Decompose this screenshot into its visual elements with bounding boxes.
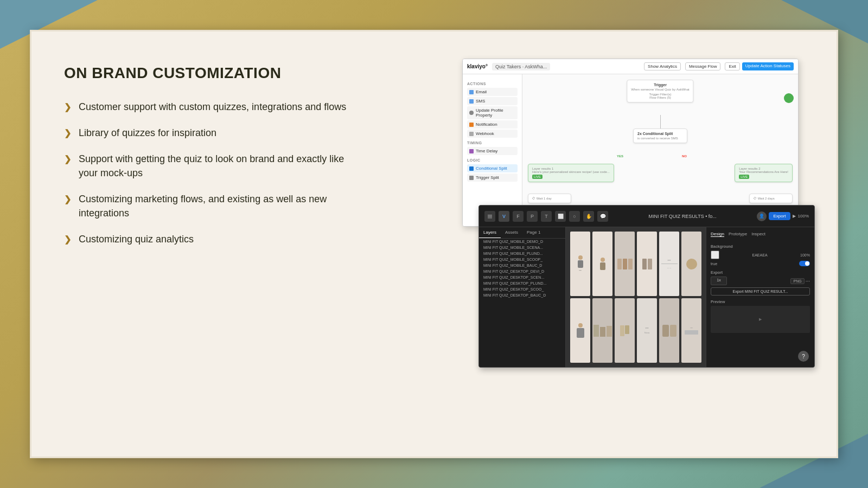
sc-item-webhook[interactable]: Webhook	[467, 130, 518, 138]
figma-frame-1[interactable]: ***	[570, 232, 590, 296]
figma-layer-7[interactable]: MINI FIT QUIZ_DESKTOP_SCEN...	[479, 274, 565, 280]
figma-frame-3[interactable]	[615, 232, 635, 296]
sc-section-actions: ACTIONS	[467, 82, 518, 86]
figma-tab-design[interactable]: Design	[711, 232, 724, 237]
figma-layer-2[interactable]: MINI FIT QUIZ_MOBILE_SCENA...	[479, 245, 565, 251]
frame-11-figures	[662, 325, 676, 337]
bullet-arrow-3: ❯	[64, 153, 71, 165]
figma-help-button[interactable]: ?	[798, 351, 809, 362]
figma-tab-layers[interactable]: Layers	[479, 227, 501, 238]
svg-rect-1	[488, 216, 492, 217]
frame-12-text: ***	[690, 327, 693, 330]
bullet-arrow-1: ❯	[64, 101, 71, 113]
model-head-1	[578, 255, 583, 260]
figma-frame-12[interactable]: ***	[681, 298, 701, 363]
sc-btn-exit[interactable]: Exit	[725, 62, 739, 70]
figma-share-button[interactable]: Export	[769, 212, 790, 220]
figma-layer-10[interactable]: MINI FIT QUIZ_DESKTOP_BAUC_D	[479, 292, 565, 298]
flow-connector-1	[660, 115, 661, 129]
sc-btn-update[interactable]: Update Action Statuses	[742, 62, 794, 70]
figma-pen-icon[interactable]: P	[527, 211, 538, 222]
fig-9a	[620, 325, 624, 336]
figma-rect-icon[interactable]: ⬜	[555, 211, 566, 222]
sc-btn-message-flow[interactable]: Message Flow	[685, 62, 721, 70]
figma-move-icon[interactable]: V	[499, 211, 509, 222]
figma-tab-prototype[interactable]: Prototype	[729, 232, 747, 237]
figma-bg-swatch[interactable]	[711, 251, 719, 259]
figma-export-button[interactable]: Export MINI FIT QUIZ RESULT...	[711, 287, 810, 296]
figma-layer-8[interactable]: MINI FIT QUIZ_DESKTOP_PLUND...	[479, 280, 565, 286]
sc-item-profile[interactable]: Update Profile Property	[467, 106, 518, 119]
svg-rect-0	[488, 215, 492, 216]
figma-bg-hex: EAEAEA	[752, 253, 768, 257]
sc-item-time-delay[interactable]: Time Delay	[467, 147, 518, 155]
figma-export-format[interactable]: PNG	[790, 278, 804, 284]
figma-layer-list: MINI FIT QUIZ_MOBILE_DEMO_D MINI FIT QUI…	[479, 239, 565, 298]
figma-comment-icon[interactable]: 💬	[597, 211, 608, 222]
figma-right-tabs: Design Prototype Inspect	[711, 232, 810, 240]
figma-layer-4[interactable]: MINI FIT QUIZ_MOBILE_SCOOP_	[479, 256, 565, 262]
figma-layer-1[interactable]: MINI FIT QUIZ_MOBILE_DEMO_D	[479, 239, 565, 245]
figma-menu-icon[interactable]	[484, 211, 495, 222]
flow-node-conditional: 2x Conditional Split is converted to rec…	[633, 129, 687, 143]
figma-title: MINI FIT QUIZ RESULTS • fo...	[611, 214, 754, 219]
figma-canvas: ***	[566, 227, 706, 367]
outer-frame: ON BRAND CUSTOMIZATION ❯ Customer suppor…	[0, 0, 868, 488]
figma-layer-3[interactable]: MINI FIT QUIZ_MOBILE_PLUND...	[479, 251, 565, 256]
figma-frame-icon[interactable]: F	[513, 211, 524, 222]
figma-layer-6[interactable]: MINI FIT QUIZ_DESKTOP_DEVI_D	[479, 268, 565, 274]
figma-show-exports-label: true	[711, 262, 717, 266]
flow-trigger-title: Trigger	[631, 83, 689, 87]
figma-export-scale[interactable]: 1x	[711, 277, 727, 285]
fig-4b	[648, 259, 652, 269]
figma-tab-inspect[interactable]: Inspect	[751, 232, 765, 237]
figma-frame-7[interactable]	[570, 298, 590, 363]
figma-show-exports-toggle[interactable]	[799, 261, 810, 266]
flow-node-results-1: Layer results 1 Here's your personalized…	[528, 164, 614, 182]
figma-frame-10[interactable]: *** Nova	[637, 298, 657, 363]
klaviyo-screenshot: klaviyo° Quiz Takers · AskWha... Show An…	[462, 59, 799, 227]
figma-layer-5[interactable]: MINI FIT QUIZ_MOBILE_BAUC_D	[479, 262, 565, 268]
figma-frame-6[interactable]	[681, 232, 701, 296]
time-icon	[469, 149, 474, 153]
figma-hand-icon[interactable]: ✋	[583, 211, 594, 222]
frame-9-figures	[620, 325, 629, 336]
sc-item-conditional[interactable]: Conditional Split	[467, 164, 518, 172]
figma-frame-8[interactable]	[592, 298, 612, 363]
bullet-item-3: ❯ Support with getting the quiz to look …	[64, 152, 357, 180]
bullet-item-5: ❯ Customizing quiz analytics	[64, 232, 357, 246]
frame-8-figures	[593, 325, 612, 337]
figma-text-icon[interactable]: T	[541, 211, 552, 222]
figma-frame-5[interactable]: *** _ _	[659, 232, 679, 296]
figma-frame-2[interactable]	[592, 232, 612, 296]
figma-frame-9[interactable]	[615, 298, 635, 363]
frame-12-bar	[685, 330, 698, 335]
fig-9b	[625, 325, 629, 334]
figma-tab-page1[interactable]: Page 1	[522, 227, 545, 238]
figma-play-icon[interactable]: ▶	[793, 214, 796, 219]
figma-export-options[interactable]: ···	[806, 278, 810, 284]
figma-panel-tabs: Layers Assets Page 1	[479, 227, 565, 239]
sc-item-profile-label: Update Profile Property	[476, 108, 515, 118]
flow-node-trigger: Trigger When someone Visual Quiz by AskW…	[627, 80, 693, 102]
figma-frame-4[interactable]	[637, 232, 657, 296]
fig-11a	[662, 325, 669, 337]
sc-item-sms[interactable]: SMS	[467, 97, 518, 105]
frame-9-content	[615, 298, 635, 363]
flow-results-2-text: Your Recommendations Are Here!	[739, 170, 788, 174]
figma-tab-assets[interactable]: Assets	[501, 227, 522, 238]
sc-item-notification[interactable]: Notification	[467, 120, 518, 129]
sc-nav-quiz-takers: Quiz Takers · AskWha...	[492, 63, 550, 70]
bullet-text-1: Customer support with custom quizzes, in…	[79, 100, 346, 114]
sc-item-time-label: Time Delay	[476, 149, 497, 153]
flow-node-wait-2: ⏱ Wait 2 days	[749, 194, 793, 203]
frame-8-content	[592, 298, 612, 363]
figma-layer-9[interactable]: MINI FIT QUIZ_DESKTOP_SCOO_	[479, 286, 565, 292]
figma-frame-11[interactable]	[659, 298, 679, 363]
sc-btn-show-analytics[interactable]: Show Analytics	[644, 62, 681, 70]
svg-rect-2	[488, 217, 492, 219]
notification-icon	[469, 123, 474, 127]
sc-item-email[interactable]: Email	[467, 88, 518, 96]
figma-ellipse-icon[interactable]: ○	[569, 211, 580, 222]
sc-item-trigger[interactable]: Trigger Split	[467, 174, 518, 182]
